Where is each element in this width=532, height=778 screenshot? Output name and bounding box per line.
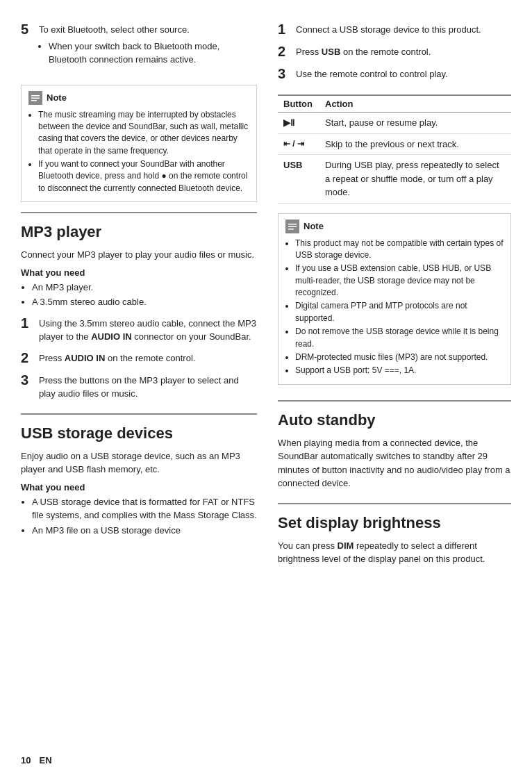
step-5-sub: When your switch back to Bluetooth mode,… xyxy=(49,40,257,67)
note-1-list: The music streaming may be interrupted b… xyxy=(28,109,249,195)
svg-rect-4 xyxy=(288,226,297,227)
note-2-item-3: Do not remove the USB storage device whi… xyxy=(295,326,504,350)
usb-divider xyxy=(21,413,257,415)
note-2-item-1: If you use a USB extension cable, USB HU… xyxy=(295,263,504,299)
page-number: 10 xyxy=(21,755,31,765)
display-brightness-divider xyxy=(278,503,511,504)
mp3-step-2: 2 Press AUDIO IN on the remote control. xyxy=(21,349,257,366)
table-cell-skip-button: ⇤ / ⇥ xyxy=(278,133,319,155)
table-cell-play-action: Start, pause or resume play. xyxy=(319,113,511,134)
usb-section: USB storage devices Enjoy audio on a USB… xyxy=(21,413,257,538)
usb-step-3-num: 3 xyxy=(278,65,293,82)
usb-step-1: 1 Connect a USB storage device to this p… xyxy=(278,21,511,38)
mp3-step-1-text: Using the 3.5mm stereo audio cable, conn… xyxy=(39,315,257,344)
mp3-step-3-num: 3 xyxy=(21,372,36,388)
note-symbol-icon-2 xyxy=(288,222,297,231)
note-icon-1 xyxy=(28,91,42,105)
audio-in-bold-1: AUDIO IN xyxy=(91,331,132,342)
note-icon-2 xyxy=(285,220,299,233)
note-symbol-icon xyxy=(31,93,40,103)
mp3-title: MP3 player xyxy=(21,223,257,241)
usb-what-you-need: What you need xyxy=(21,482,257,493)
table-cell-play-button: ▶Ⅱ xyxy=(278,113,319,134)
step-5: 5 To exit Bluetooth, select other source… xyxy=(21,21,257,72)
table-row-play: ▶Ⅱ Start, pause or resume play. xyxy=(278,113,511,134)
mp3-step-3: 3 Press the buttons on the MP3 player to… xyxy=(21,372,257,401)
step-5-text: To exit Bluetooth, select other source. xyxy=(39,24,190,35)
svg-rect-0 xyxy=(31,95,40,97)
note-2-item-5: Support a USB port: 5V ===, 1A. xyxy=(295,365,504,376)
usb-step-3: 3 Use the remote control to control play… xyxy=(278,65,511,82)
usb-step-2-text: Press USB on the remote control. xyxy=(296,43,511,59)
note-2-header: Note xyxy=(285,220,504,233)
mp3-need-1: A 3.5mm stereo audio cable. xyxy=(32,295,257,309)
table-cell-usb-button: USB xyxy=(278,155,319,204)
mp3-divider xyxy=(21,212,257,213)
svg-rect-5 xyxy=(288,229,294,230)
note-box-1: Note The music streaming may be interrup… xyxy=(21,85,257,203)
note-1-header: Note xyxy=(28,91,249,105)
left-column: 5 To exit Bluetooth, select other source… xyxy=(21,21,257,757)
note-1-label: Note xyxy=(47,92,67,103)
dim-bold: DIM xyxy=(338,540,354,551)
note-1-item-0: The music streaming may be interrupted b… xyxy=(38,109,249,158)
mp3-step-1-num: 1 xyxy=(21,315,36,331)
note-2-item-4: DRM-protected music files (MP3) are not … xyxy=(295,351,504,363)
usb-title: USB storage devices xyxy=(21,424,257,442)
display-brightness-title: Set display brightness xyxy=(278,514,511,532)
mp3-what-you-need: What you need xyxy=(21,267,257,278)
mp3-intro: Connect your MP3 player to play your aud… xyxy=(21,248,257,262)
display-brightness-text: You can press DIM repeatedly to select a… xyxy=(278,539,511,566)
display-brightness-section: Set display brightness You can press DIM… xyxy=(278,503,511,566)
note-2-item-0: This product may not be compatible with … xyxy=(295,238,504,262)
note-2-list: This product may not be compatible with … xyxy=(285,238,504,377)
mp3-step-2-text: Press AUDIO IN on the remote control. xyxy=(39,349,257,365)
mp3-step-2-num: 2 xyxy=(21,349,36,366)
table-header-action: Action xyxy=(319,95,511,113)
usb-step-1-num: 1 xyxy=(278,21,293,38)
right-column: 1 Connect a USB storage device to this p… xyxy=(278,21,511,757)
display-brightness-before: You can press xyxy=(278,540,338,551)
step-5-number: 5 xyxy=(21,21,36,38)
mp3-step-1: 1 Using the 3.5mm stereo audio cable, co… xyxy=(21,315,257,344)
mp3-step-3-text: Press the buttons on the MP3 player to s… xyxy=(39,372,257,401)
note-2-item-2: Digital camera PTP and MTP protocols are… xyxy=(295,300,504,324)
table-row-skip: ⇤ / ⇥ Skip to the previous or next track… xyxy=(278,133,511,155)
usb-step-2: 2 Press USB on the remote control. xyxy=(278,43,511,60)
usb-step-2-num: 2 xyxy=(278,43,293,60)
usb-step-1-text: Connect a USB storage device to this pro… xyxy=(296,21,511,37)
language-label: EN xyxy=(39,755,51,765)
mp3-section: MP3 player Connect your MP3 player to pl… xyxy=(21,212,257,401)
note-2-label: Note xyxy=(304,221,324,231)
usb-bold: USB xyxy=(322,47,340,57)
table-cell-skip-action: Skip to the previous or next track. xyxy=(319,133,511,155)
usb-need-1: An MP3 file on a USB storage device xyxy=(32,524,257,538)
mp3-needs-list: An MP3 player. A 3.5mm stereo audio cabl… xyxy=(21,281,257,309)
auto-standby-title: Auto standby xyxy=(278,411,511,429)
usb-intro: Enjoy audio on a USB storage device, suc… xyxy=(21,449,257,477)
table-cell-usb-action: During USB play, press repeatedly to sel… xyxy=(319,155,511,204)
usb-control-table: Button Action ▶Ⅱ Start, pause or resume … xyxy=(278,94,511,204)
mp3-need-0: An MP3 player. xyxy=(32,281,257,295)
table-header-button: Button xyxy=(278,95,319,113)
step-5-content: To exit Bluetooth, select other source. … xyxy=(39,21,257,72)
svg-rect-2 xyxy=(31,100,37,101)
step5-section: 5 To exit Bluetooth, select other source… xyxy=(21,21,257,72)
usb-steps-section: 1 Connect a USB storage device to this p… xyxy=(278,21,511,82)
usb-step-3-text: Use the remote control to control play. xyxy=(296,65,511,81)
footer: 10 EN xyxy=(21,755,52,765)
svg-rect-1 xyxy=(31,97,40,99)
note-1-item-1: If you want to connect your SoundBar wit… xyxy=(38,158,249,194)
audio-in-bold-2: AUDIO IN xyxy=(65,353,106,363)
auto-standby-text: When playing media from a connected devi… xyxy=(278,436,511,490)
auto-standby-divider xyxy=(278,400,511,402)
table-row-usb: USB During USB play, press repeatedly to… xyxy=(278,155,511,204)
usb-need-0: A USB storage device that is formatted f… xyxy=(32,495,257,522)
svg-rect-3 xyxy=(288,224,297,225)
note-box-2: Note This product may not be compatible … xyxy=(278,213,511,385)
usb-needs-list: A USB storage device that is formatted f… xyxy=(21,495,257,538)
auto-standby-section: Auto standby When playing media from a c… xyxy=(278,400,511,490)
